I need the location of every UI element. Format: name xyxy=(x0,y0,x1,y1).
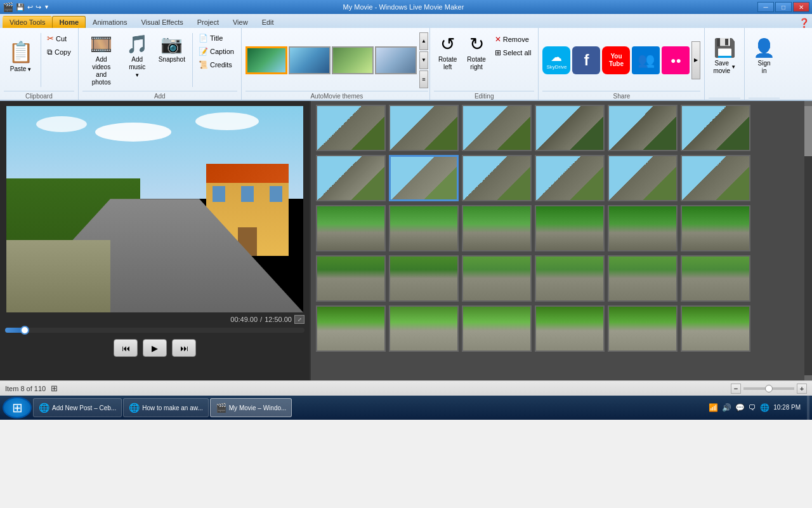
add-videos-button[interactable]: 🎞️ Add videosand photos xyxy=(82,30,121,90)
tray-messenger-icon[interactable]: 💬 xyxy=(735,403,745,412)
themes-scroll-down[interactable]: ▼ xyxy=(419,51,428,69)
film-thumb[interactable] xyxy=(316,305,386,352)
film-thumb[interactable] xyxy=(389,255,459,302)
film-thumb[interactable] xyxy=(389,205,459,251)
quick-access-redo[interactable]: ↪ xyxy=(36,3,41,11)
quick-access-undo[interactable]: ↩ xyxy=(27,3,33,11)
film-thumb[interactable] xyxy=(462,105,532,151)
share-scroll-button[interactable]: ▶ xyxy=(691,41,700,79)
film-thumb[interactable] xyxy=(681,105,750,151)
themes-scroll-up[interactable]: ▲ xyxy=(419,32,428,50)
rotate-left-button[interactable]: ↺ Rotateleft xyxy=(434,30,461,74)
film-thumb[interactable] xyxy=(462,155,532,201)
youtube-button[interactable]: You Tube xyxy=(602,46,630,74)
select-all-button[interactable]: ⊞ Select all xyxy=(492,46,535,59)
tray-network-icon[interactable]: 📶 xyxy=(709,403,718,412)
theme-4[interactable] xyxy=(375,46,417,74)
skydrive-button[interactable]: ☁ SkyDrive xyxy=(542,46,570,74)
storyboard-icon[interactable]: ⊞ xyxy=(51,384,58,393)
copy-button[interactable]: ⧉ Copy xyxy=(44,46,74,58)
film-thumb[interactable] xyxy=(681,305,750,352)
seek-bar[interactable] xyxy=(5,328,304,333)
film-thumb[interactable] xyxy=(535,255,605,302)
film-thumb[interactable] xyxy=(462,205,532,251)
remove-button[interactable]: ✕ Remove xyxy=(492,33,535,46)
film-thumb[interactable] xyxy=(608,305,678,352)
quick-access-save[interactable]: 💾 xyxy=(16,3,25,11)
film-thumb[interactable] xyxy=(316,105,386,151)
paste-button[interactable]: 📋 Paste ▼ xyxy=(4,30,38,83)
add-music-button[interactable]: 🎵 Addmusic ▼ xyxy=(122,30,153,81)
film-thumb[interactable] xyxy=(316,205,386,251)
tray-chat-icon[interactable]: 🗨 xyxy=(749,403,756,412)
tray-sound-icon[interactable]: 🔊 xyxy=(722,403,731,412)
title-button[interactable]: 📄 Title xyxy=(195,32,237,44)
tab-visual-effects[interactable]: Visual Effects xyxy=(134,16,190,28)
rotate-right-button[interactable]: ↻ Rotateright xyxy=(462,30,490,74)
cut-button[interactable]: ✂ Cut xyxy=(44,32,74,45)
tab-project[interactable]: Project xyxy=(190,16,226,28)
credits-button[interactable]: 📜 Credits xyxy=(195,58,237,71)
tab-edit[interactable]: Edit xyxy=(255,16,281,28)
start-button[interactable]: ⊞ xyxy=(3,397,32,418)
facebook-button[interactable]: f xyxy=(572,46,600,74)
maximize-button[interactable]: □ xyxy=(775,2,792,12)
show-desktop[interactable] xyxy=(807,396,809,420)
film-thumb[interactable] xyxy=(608,205,678,251)
tab-home[interactable]: Home xyxy=(52,16,86,28)
fullscreen-button[interactable]: ⤢ xyxy=(294,315,304,324)
film-thumb[interactable] xyxy=(535,155,605,201)
film-thumb[interactable] xyxy=(316,155,386,201)
film-thumb[interactable] xyxy=(608,105,678,151)
film-thumb[interactable] xyxy=(535,105,605,151)
ribbon-help[interactable]: ❓ xyxy=(799,18,809,28)
scroll-up-arrow[interactable] xyxy=(804,101,812,106)
themes-scroll-list[interactable]: ≡ xyxy=(419,70,428,88)
next-frame-button[interactable]: ⏭ xyxy=(172,339,196,357)
tab-animations[interactable]: Animations xyxy=(86,16,134,28)
film-thumb[interactable] xyxy=(608,155,678,201)
scroll-thumb[interactable] xyxy=(804,106,812,156)
film-thumb[interactable] xyxy=(681,155,750,201)
scroll-down-arrow[interactable] xyxy=(804,375,812,380)
flickr-button[interactable]: ●● xyxy=(662,46,690,74)
zoom-in-button[interactable]: + xyxy=(797,384,807,394)
clock[interactable]: 10:28 PM xyxy=(773,403,801,412)
save-movie-caret[interactable]: ▼ xyxy=(731,64,736,70)
sign-in-button[interactable]: 👤 Signin xyxy=(749,30,780,81)
zoom-thumb[interactable] xyxy=(765,385,773,392)
film-thumb[interactable] xyxy=(681,255,750,302)
tab-video-tools[interactable]: Video Tools xyxy=(3,16,52,28)
zoom-out-button[interactable]: − xyxy=(731,384,741,394)
taskbar-item-moviemaker[interactable]: 🎬 My Movie – Windo... xyxy=(210,398,292,417)
taskbar-item-chrome[interactable]: 🌐 Add New Post – Ceb... xyxy=(33,398,122,417)
paste-caret-icon[interactable]: ▼ xyxy=(27,67,32,72)
film-thumb[interactable] xyxy=(462,305,532,352)
tab-view[interactable]: View xyxy=(226,16,255,28)
prev-frame-button[interactable]: ⏮ xyxy=(114,339,138,357)
film-thumb[interactable] xyxy=(681,205,750,251)
theme-selected[interactable] xyxy=(246,46,287,74)
film-thumb[interactable] xyxy=(389,105,459,151)
theme-2[interactable] xyxy=(289,46,331,74)
film-thumb[interactable] xyxy=(316,255,386,302)
tray-browser-icon[interactable]: 🌐 xyxy=(760,403,769,412)
snapshot-button[interactable]: 📷 Snapshot xyxy=(154,30,190,67)
film-thumb[interactable] xyxy=(608,255,678,302)
caption-button[interactable]: 📝 Caption xyxy=(195,45,237,58)
film-thumb[interactable] xyxy=(535,305,605,352)
film-thumb[interactable] xyxy=(389,305,459,352)
taskbar-item-browser[interactable]: 🌐 How to make an aw... xyxy=(123,398,209,417)
film-thumb[interactable] xyxy=(535,205,605,251)
storyboard-panel[interactable] xyxy=(311,101,804,380)
film-thumb-selected[interactable] xyxy=(389,155,459,201)
close-button[interactable]: ✕ xyxy=(793,2,809,12)
zoom-slider[interactable] xyxy=(743,387,794,390)
play-button[interactable]: ▶ xyxy=(143,339,167,357)
theme-3[interactable] xyxy=(332,46,374,74)
windows-live-button[interactable]: 👥 xyxy=(632,46,660,74)
film-thumb[interactable] xyxy=(462,255,532,302)
vertical-scrollbar[interactable] xyxy=(804,101,812,380)
seek-thumb[interactable] xyxy=(20,326,29,335)
quick-access-dropdown[interactable]: ▼ xyxy=(44,4,49,10)
